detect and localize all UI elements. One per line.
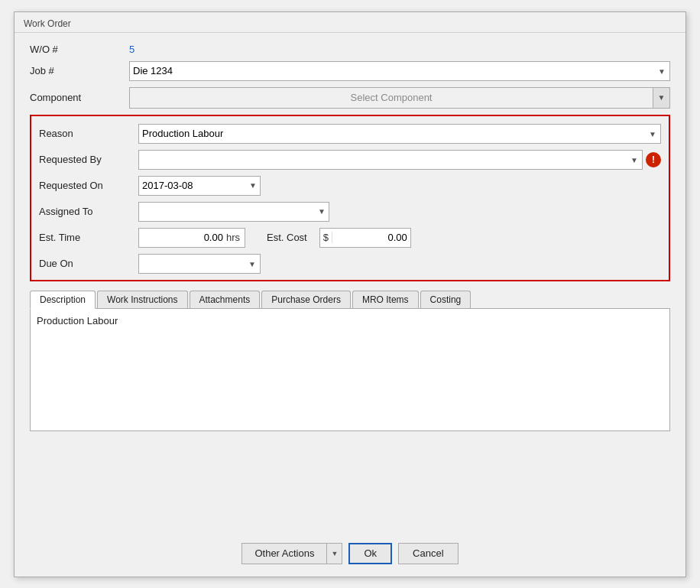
cancel-button[interactable]: Cancel <box>398 543 458 564</box>
wo-value-wrap: 5 <box>129 44 670 55</box>
tab-purchase-orders[interactable]: Purchase Orders <box>261 291 351 308</box>
est-time-wrap: hrs Est. Cost $ <box>138 228 411 248</box>
reason-label: Reason <box>39 128 138 139</box>
tab-description-label: Description <box>40 294 86 305</box>
requested-by-wrap: ▼ ! <box>138 150 661 170</box>
assigned-to-select[interactable] <box>142 206 326 217</box>
reason-select-wrap: Production Labour ▼ <box>138 124 661 144</box>
component-select-button[interactable]: Select Component <box>129 87 653 109</box>
est-time-input-box: hrs <box>138 228 245 248</box>
est-time-input[interactable] <box>139 232 225 243</box>
est-time-unit: hrs <box>225 232 245 243</box>
job-select-container: Die 1234 ▼ <box>129 61 670 81</box>
reason-select[interactable]: Production Labour <box>138 124 661 144</box>
tab-mro-items-label: MRO Items <box>362 294 409 305</box>
other-actions-split-button: Other Actions ▼ <box>241 543 342 564</box>
tab-purchase-orders-label: Purchase Orders <box>271 294 341 305</box>
tabs-area: Description Work Instructions Attachment… <box>30 291 670 431</box>
tab-mro-items[interactable]: MRO Items <box>352 291 419 308</box>
description-text: Production Labour <box>37 315 118 326</box>
tab-costing-label: Costing <box>430 294 462 305</box>
due-on-wrap: ▼ <box>138 254 661 274</box>
reason-row: Reason Production Labour ▼ <box>39 124 661 144</box>
component-placeholder: Select Component <box>351 92 433 103</box>
other-actions-dropdown-arrow[interactable]: ▼ <box>326 544 342 564</box>
job-select[interactable]: Die 1234 <box>129 61 670 81</box>
wo-value: 5 <box>129 44 134 55</box>
requested-on-select[interactable]: 2017-03-08 <box>142 180 257 191</box>
tab-attachments-label: Attachments <box>199 294 251 305</box>
work-order-dialog: Work Order W/O # 5 Job # Die 1234 ▼ C <box>14 11 686 577</box>
assigned-to-wrap: ▼ <box>138 202 661 222</box>
requested-on-row: Requested On 2017-03-08 ▼ <box>39 176 661 196</box>
tab-work-instructions[interactable]: Work Instructions <box>97 291 187 308</box>
due-on-row: Due On ▼ <box>39 254 661 274</box>
dialog-footer: Other Actions ▼ Ok Cancel <box>15 534 685 577</box>
requested-by-select[interactable] <box>138 150 643 170</box>
dialog-title: Work Order <box>15 12 685 33</box>
requested-on-label: Requested On <box>39 180 138 191</box>
tabs-header: Description Work Instructions Attachment… <box>30 291 670 309</box>
job-select-wrap: Die 1234 ▼ <box>129 61 670 81</box>
component-wrap: Select Component ▼ <box>129 87 670 109</box>
required-fields-section: Reason Production Labour ▼ Requested By <box>30 115 670 281</box>
job-label: Job # <box>30 65 129 76</box>
component-side-icon: ▼ <box>658 93 666 102</box>
requested-by-row: Requested By ▼ ! <box>39 150 661 170</box>
tab-costing[interactable]: Costing <box>420 291 472 308</box>
assigned-to-row: Assigned To ▼ <box>39 202 661 222</box>
requested-by-dropdown-alert: ▼ ! <box>138 150 661 170</box>
est-cost-input-box: $ <box>319 228 411 248</box>
other-actions-button[interactable]: Other Actions <box>242 544 326 564</box>
reason-select-container: Production Labour ▼ <box>138 124 661 144</box>
est-time-label: Est. Time <box>39 232 138 243</box>
component-label: Component <box>30 92 129 103</box>
component-row: Component Select Component ▼ <box>30 87 670 109</box>
due-on-select[interactable] <box>138 254 261 274</box>
requested-by-label: Requested By <box>39 154 138 165</box>
requested-by-select-container: ▼ <box>138 150 643 170</box>
tab-content-description: Production Labour <box>30 309 670 431</box>
tab-description[interactable]: Description <box>30 291 96 309</box>
est-time-cost-wrap: hrs Est. Cost $ <box>138 228 661 248</box>
wo-label: W/O # <box>30 44 129 55</box>
est-cost-dollar-sign: $ <box>320 232 332 243</box>
assigned-to-select-container: ▼ <box>138 202 329 222</box>
requested-on-date-select: 2017-03-08 ▼ <box>138 176 261 196</box>
est-cost-input[interactable] <box>332 232 410 243</box>
ok-button[interactable]: Ok <box>348 543 392 564</box>
job-row: Job # Die 1234 ▼ <box>30 61 670 81</box>
other-actions-arrow-icon: ▼ <box>332 550 339 557</box>
due-on-select-container: ▼ <box>138 254 261 274</box>
component-side-button[interactable]: ▼ <box>653 87 670 109</box>
requested-on-wrap: 2017-03-08 ▼ <box>138 176 661 196</box>
assigned-to-label: Assigned To <box>39 206 138 217</box>
tab-work-instructions-label: Work Instructions <box>107 294 177 305</box>
est-time-cost-row: Est. Time hrs Est. Cost $ <box>39 228 661 248</box>
tab-attachments[interactable]: Attachments <box>190 291 261 308</box>
due-on-label: Due On <box>39 258 138 269</box>
dialog-body: W/O # 5 Job # Die 1234 ▼ Component <box>15 33 685 534</box>
wo-row: W/O # 5 <box>30 44 670 55</box>
requested-by-alert-icon: ! <box>646 152 661 167</box>
est-cost-label: Est. Cost <box>267 232 307 243</box>
